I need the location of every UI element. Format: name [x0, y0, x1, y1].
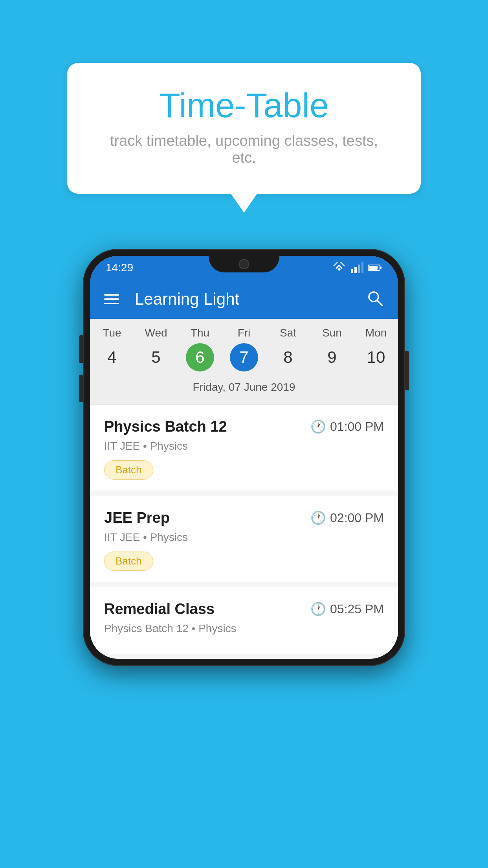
power-button	[405, 351, 409, 390]
clock-icon-2: 🕐	[310, 510, 326, 525]
svg-rect-6	[369, 266, 378, 270]
date-10[interactable]: 10	[362, 343, 390, 371]
date-4[interactable]: 4	[98, 343, 126, 371]
phone-shell: 14:29	[83, 249, 405, 666]
day-sat: Sat	[266, 327, 310, 339]
day-numbers: 4 5 6 7 8 9 10	[90, 343, 398, 371]
class-info-2: IIT JEE • Physics	[104, 531, 384, 544]
tooltip-card: Time-Table track timetable, upcoming cla…	[67, 63, 421, 194]
class-name-2: JEE Prep	[104, 509, 170, 526]
day-headers: Tue Wed Thu Fri Sat Sun Mon	[90, 327, 398, 339]
svg-rect-1	[354, 267, 357, 273]
clock-icon: 🕐	[310, 419, 326, 434]
menu-icon[interactable]	[104, 294, 119, 304]
class-card-header: Physics Batch 12 🕐 01:00 PM	[104, 418, 384, 435]
day-mon: Mon	[354, 327, 398, 339]
status-icons	[332, 262, 382, 273]
class-info-3: Physics Batch 12 • Physics	[104, 622, 384, 635]
tooltip-title: Time-Table	[99, 86, 389, 125]
date-9[interactable]: 9	[318, 343, 346, 371]
class-card-header-3: Remedial Class 🕐 05:25 PM	[104, 601, 384, 618]
calendar-strip: Tue Wed Thu Fri Sat Sun Mon 4 5 6 7 8 9 …	[90, 319, 398, 405]
front-camera	[239, 259, 249, 269]
volume-up-button	[79, 335, 83, 363]
clock-icon-3: 🕐	[310, 601, 326, 616]
day-wed: Wed	[134, 327, 178, 339]
date-6-today[interactable]: 6	[186, 343, 214, 371]
class-card-physics-batch-12[interactable]: Physics Batch 12 🕐 01:00 PM IIT JEE • Ph…	[90, 405, 398, 491]
class-card-jee-prep[interactable]: JEE Prep 🕐 02:00 PM IIT JEE • Physics Ba…	[90, 496, 398, 582]
day-fri: Fri	[222, 327, 266, 339]
signal-icon	[351, 262, 363, 273]
class-time-2: 🕐 02:00 PM	[310, 510, 384, 525]
phone-screen: 14:29	[90, 256, 398, 659]
day-tue: Tue	[90, 327, 134, 339]
batch-badge-2: Batch	[104, 552, 153, 571]
date-7-selected[interactable]: 7	[230, 343, 258, 371]
app-title: Learning Light	[135, 290, 355, 309]
wifi-icon	[332, 262, 346, 273]
svg-rect-5	[380, 267, 382, 269]
class-card-remedial[interactable]: Remedial Class 🕐 05:25 PM Physics Batch …	[90, 587, 398, 654]
class-info: IIT JEE • Physics	[104, 440, 384, 452]
battery-icon	[368, 264, 382, 272]
search-icon[interactable]	[367, 290, 384, 309]
status-time: 14:29	[106, 261, 133, 274]
svg-rect-3	[361, 262, 363, 273]
class-card-header-2: JEE Prep 🕐 02:00 PM	[104, 509, 384, 526]
svg-rect-2	[358, 265, 360, 273]
tooltip-subtitle: track timetable, upcoming classes, tests…	[99, 132, 389, 166]
class-name: Physics Batch 12	[104, 418, 227, 435]
svg-line-8	[377, 300, 382, 305]
day-sun: Sun	[310, 327, 354, 339]
phone-mockup: 14:29	[83, 249, 405, 868]
svg-rect-0	[351, 269, 353, 273]
phone-notch	[209, 256, 279, 272]
selected-date-label: Friday, 07 June 2019	[90, 377, 398, 401]
class-name-3: Remedial Class	[104, 601, 215, 618]
classes-list: Physics Batch 12 🕐 01:00 PM IIT JEE • Ph…	[90, 405, 398, 654]
class-time-3: 🕐 05:25 PM	[310, 601, 384, 616]
date-8[interactable]: 8	[274, 343, 302, 371]
batch-badge: Batch	[104, 460, 153, 480]
day-thu: Thu	[178, 327, 222, 339]
class-time: 🕐 01:00 PM	[310, 419, 384, 434]
app-bar: Learning Light	[90, 280, 398, 319]
volume-down-button	[79, 375, 83, 402]
date-5[interactable]: 5	[142, 343, 170, 371]
